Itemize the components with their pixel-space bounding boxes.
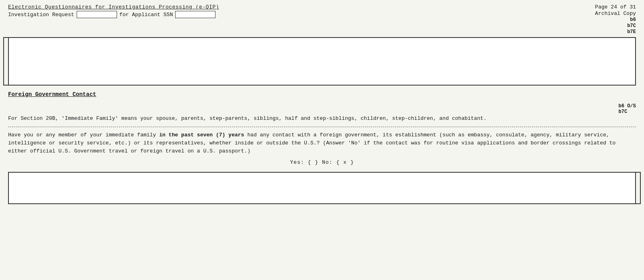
investigation-request-input[interactable]: [77, 11, 117, 18]
applicant-ssn-input[interactable]: [175, 11, 215, 18]
b7c-code: b7C: [627, 23, 636, 29]
definition-text: For Section 20B, 'Immediate Family' mean…: [8, 115, 636, 123]
header-title: Electronic Questionnaires for Investigat…: [8, 4, 219, 10]
bottom-large-box: [8, 172, 636, 204]
investigation-label: Investigation Request: [8, 12, 74, 18]
top-large-box: [8, 37, 636, 86]
archival-copy: Archival Copy: [595, 10, 636, 17]
page-info: Page 24 of 31: [595, 4, 636, 10]
answer-row: Yes: { } No: { x }: [8, 159, 636, 165]
right-bracket: [640, 173, 641, 203]
header-investigation: Investigation Request for Applicant SSN: [8, 11, 219, 18]
page-wrapper: Electronic Questionnaires for Investigat…: [8, 4, 636, 204]
header-left: Electronic Questionnaires for Investigat…: [8, 4, 219, 18]
section-right-codes: b6 O/S b7C: [619, 103, 636, 115]
foreign-contact-section: b6 O/S b7C Foreign Government Contact Fo…: [8, 91, 636, 169]
b6-code: b6: [630, 17, 636, 23]
bold-past-seven: in the past seven (7) years: [159, 132, 244, 138]
question-text: Have you or any member of your immediate…: [8, 131, 636, 155]
b7e-code: b7E: [627, 29, 636, 35]
left-bracket: [3, 38, 4, 85]
applicant-ssn-label: for Applicant SSN: [119, 12, 173, 18]
header-section: Electronic Questionnaires for Investigat…: [8, 4, 636, 35]
header-right-codes: Page 24 of 31 Archival Copy b6 b7C b7E: [595, 4, 636, 35]
dotted-separator: [8, 127, 636, 127]
section-heading: Foreign Government Contact: [8, 91, 636, 98]
